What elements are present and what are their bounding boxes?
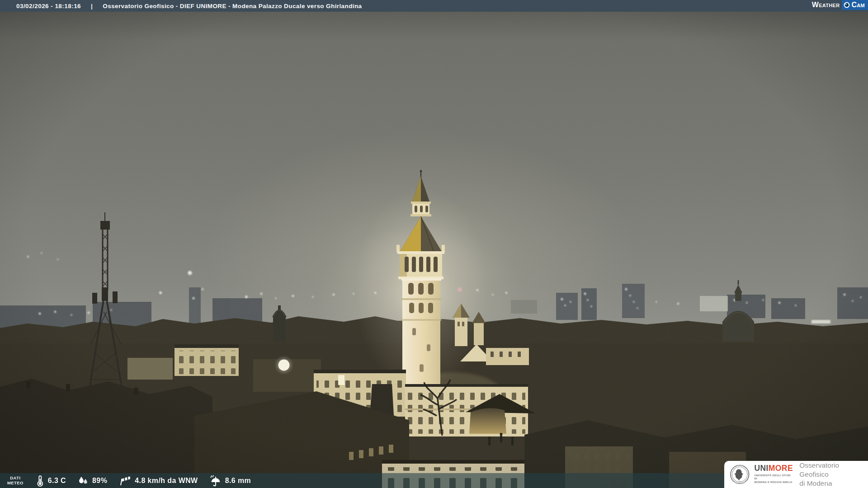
meteo-line: METEO (7, 481, 24, 485)
humidity-value: 89% (92, 477, 107, 485)
weathercam-logo: Weather Cam (812, 0, 868, 10)
brand-uni: UNI (755, 464, 769, 473)
modena-night-panorama (0, 0, 868, 488)
timestamp: 03/02/2026 - 18:18:16 (16, 3, 81, 9)
rain-reading: 8.6 mm (210, 475, 251, 487)
windsock-icon (119, 475, 131, 486)
camera-lens-icon (844, 2, 850, 8)
unimore-subtitle-line2: MODENA E REGGIO EMILIA (755, 481, 793, 484)
dati-meteo-label: DATI METEO (7, 476, 24, 485)
weathercam-cam-box: Cam (842, 0, 868, 10)
unimore-seal-icon: 1175 (730, 464, 750, 485)
observatory-name-block: Osservatorio Geofisico di Modena (799, 461, 868, 488)
rain-value: 8.6 mm (225, 477, 251, 485)
temperature-value: 6.3 C (48, 477, 66, 485)
weathercam-word2: Cam (851, 1, 865, 9)
unimore-wordmark: UNIMORE (755, 465, 793, 473)
weathercam-word1: Weather (812, 1, 840, 9)
dati-line: DATI (7, 476, 24, 480)
temperature-reading: 6.3 C (35, 475, 66, 487)
camera-title: Osservatorio Geofisico - DIEF UNIMORE - … (103, 3, 362, 9)
separator: | (91, 3, 93, 9)
humidity-drops-icon (78, 475, 89, 486)
umbrella-rain-icon (210, 475, 222, 487)
webcam-viewport: 03/02/2026 - 18:18:16 | Osservatorio Geo… (0, 0, 868, 488)
thermometer-icon (35, 475, 44, 487)
wind-reading: 4.8 km/h da WNW (119, 475, 198, 486)
top-info-bar: 03/02/2026 - 18:18:16 | Osservatorio Geo… (0, 0, 868, 12)
observatory-line1: Osservatorio Geofisico (799, 461, 868, 479)
seal-year: 1175 (738, 481, 741, 483)
unimore-logo-card: 1175 UNIMORE UNIVERSITÀ DEGLI STUDI DI M… (724, 461, 868, 488)
humidity-reading: 89% (78, 475, 107, 486)
brand-more: MORE (769, 464, 793, 473)
wind-value: 4.8 km/h da WNW (135, 477, 198, 485)
unimore-subtitle-line1: UNIVERSITÀ DEGLI STUDI DI (755, 474, 793, 481)
unimore-brand-block: UNIMORE UNIVERSITÀ DEGLI STUDI DI MODENA… (755, 465, 793, 484)
observatory-line2: di Modena (799, 479, 868, 488)
